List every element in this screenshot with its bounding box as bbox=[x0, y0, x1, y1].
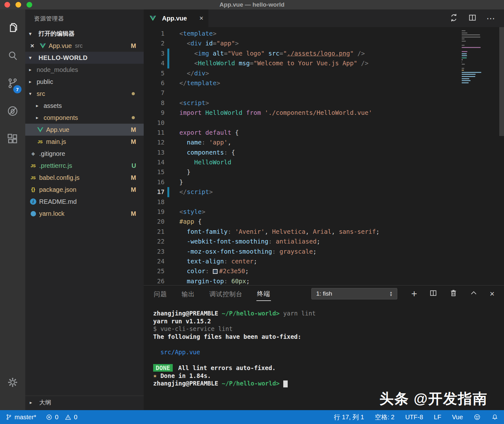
code-line-13[interactable]: 13 components: { bbox=[144, 148, 504, 157]
terminal-line: yarn run v1.15.2 bbox=[153, 317, 504, 325]
tab-app-vue[interactable]: App.vue × bbox=[144, 9, 208, 27]
git-status-badge: M bbox=[131, 174, 136, 181]
code-line-21[interactable]: 21 font-family: 'Avenir', Helvetica, Ari… bbox=[144, 227, 504, 237]
encoding-setting[interactable]: UTF-8 bbox=[405, 414, 423, 421]
split-editor-icon[interactable] bbox=[468, 13, 477, 23]
js-file-icon: JS bbox=[29, 175, 37, 180]
tree-item-src[interactable]: ▾src bbox=[25, 88, 144, 100]
close-icon[interactable]: × bbox=[30, 42, 39, 50]
tree-item-App.vue[interactable]: App.vueM bbox=[25, 124, 144, 136]
code-editor[interactable]: 1<template>2 <div id="app">3 <img alt="V… bbox=[144, 27, 504, 285]
kill-terminal-icon[interactable] bbox=[449, 289, 458, 298]
gear-icon[interactable] bbox=[0, 368, 25, 396]
search-icon[interactable] bbox=[0, 42, 25, 69]
activity-bar: 7 bbox=[0, 9, 25, 410]
tree-item-components[interactable]: ▸components bbox=[25, 112, 144, 124]
terminal-line: $ vue-cli-service lint bbox=[153, 325, 504, 333]
cursor-position[interactable]: 行 17, 列 1 bbox=[334, 413, 364, 421]
problems-status[interactable]: 0 0 bbox=[46, 414, 77, 421]
outline-section-header[interactable]: ▸ 大纲 bbox=[25, 396, 144, 409]
minimize-window-button[interactable] bbox=[15, 2, 21, 8]
code-line-14[interactable]: 14 HelloWorld bbox=[144, 157, 504, 167]
tree-item-main.js[interactable]: JSmain.jsM bbox=[25, 136, 144, 148]
code-line-11[interactable]: 11export default { bbox=[144, 128, 504, 138]
code-line-10[interactable]: 10 bbox=[144, 118, 504, 128]
code-line-8[interactable]: 8<script> bbox=[144, 98, 504, 108]
tab-terminal[interactable]: 终端 bbox=[256, 287, 271, 301]
tab-debug-console[interactable]: 调试控制台 bbox=[209, 287, 243, 301]
code-line-26[interactable]: 26 margin-top: 60px; bbox=[144, 276, 504, 285]
code-line-25[interactable]: 25 color: #2c3e50; bbox=[144, 266, 504, 276]
code-line-9[interactable]: 9import HelloWorld from './components/He… bbox=[144, 108, 504, 118]
code-line-1[interactable]: 1<template> bbox=[144, 29, 504, 38]
split-terminal-icon[interactable] bbox=[429, 289, 437, 298]
tree-item-assets[interactable]: ▸assets bbox=[25, 100, 144, 112]
code-line-22[interactable]: 22 -webkit-font-smoothing: antialiased; bbox=[144, 237, 504, 246]
vscode-window: App.vue — hello-world 7 bbox=[0, 0, 504, 424]
new-terminal-icon[interactable]: + bbox=[411, 291, 417, 297]
select-arrows-icon: ▲▼ bbox=[389, 291, 393, 297]
git-status-badge: U bbox=[132, 162, 136, 169]
traffic-lights bbox=[4, 2, 32, 8]
feedback-smiley-icon[interactable] bbox=[474, 414, 481, 421]
source-control-icon[interactable]: 7 bbox=[0, 69, 25, 97]
code-line-5[interactable]: 5 </div> bbox=[144, 68, 504, 78]
modified-badge: M bbox=[131, 42, 136, 50]
tree-item-babel.config.js[interactable]: JSbabel.config.jsM bbox=[25, 172, 144, 184]
terminal-line: The following files have been auto-fixed… bbox=[153, 333, 504, 341]
chevron-down-icon: ▾ bbox=[29, 55, 37, 61]
git-branch-icon bbox=[6, 414, 12, 420]
code-line-17[interactable]: 17</script> bbox=[144, 187, 504, 197]
git-branch-status[interactable]: master* bbox=[6, 414, 36, 421]
bell-icon[interactable] bbox=[491, 414, 498, 421]
minimap-slider[interactable] bbox=[499, 27, 504, 136]
code-line-18[interactable]: 18 bbox=[144, 197, 504, 207]
chevron-right-icon: ▸ bbox=[29, 79, 37, 85]
code-line-16[interactable]: 16} bbox=[144, 177, 504, 187]
code-line-20[interactable]: 20#app { bbox=[144, 217, 504, 227]
close-panel-icon[interactable]: × bbox=[490, 289, 495, 299]
code-line-19[interactable]: 19<style> bbox=[144, 207, 504, 217]
language-mode[interactable]: Vue bbox=[452, 414, 463, 421]
tab-output[interactable]: 输出 bbox=[181, 287, 195, 301]
tree-item-.prettierrc.js[interactable]: JS.prettierrc.jsU bbox=[25, 160, 144, 172]
code-line-12[interactable]: 12 name: 'app', bbox=[144, 138, 504, 147]
eol-setting[interactable]: LF bbox=[434, 414, 441, 421]
code-line-6[interactable]: 6</template> bbox=[144, 78, 504, 88]
open-editor-app-vue[interactable]: × App.vue src M bbox=[25, 40, 144, 52]
code-line-4[interactable]: 4 <HelloWorld msg="Welcome to Your Vue.j… bbox=[144, 58, 504, 68]
indentation-setting[interactable]: 空格: 2 bbox=[375, 413, 394, 421]
tree-item-public[interactable]: ▸public bbox=[25, 76, 144, 88]
tree-item-node_modules[interactable]: ▸node_modules bbox=[25, 64, 144, 76]
minimap[interactable] bbox=[462, 30, 496, 84]
watermark: 头条 @开发指南 bbox=[380, 389, 488, 408]
terminal-line bbox=[153, 356, 504, 364]
debug-icon[interactable] bbox=[0, 97, 25, 125]
code-line-15[interactable]: 15 } bbox=[144, 167, 504, 177]
git-status-badge: M bbox=[131, 138, 136, 145]
maximize-panel-icon[interactable] bbox=[470, 289, 478, 298]
code-line-3[interactable]: 3 <img alt="Vue logo" src="./assets/logo… bbox=[144, 49, 504, 58]
workspace-root-header[interactable]: ▾ HELLO-WORLD bbox=[25, 52, 144, 64]
tree-item-yarn.lock[interactable]: yarn.lockM bbox=[25, 208, 144, 220]
code-line-7[interactable]: 7 bbox=[144, 88, 504, 98]
terminal-shell-select[interactable]: 1: fish ▲▼ bbox=[311, 288, 397, 299]
zoom-window-button[interactable] bbox=[27, 2, 32, 8]
chevron-right-icon: ▸ bbox=[29, 67, 37, 73]
sidebar-explorer: 资源管理器 ▾ 打开的编辑器 × App.vue src M ▾ HELLO-W… bbox=[25, 9, 144, 410]
open-changes-icon[interactable] bbox=[449, 13, 459, 24]
tree-item-.gitignore[interactable]: ◆.gitignore bbox=[25, 148, 144, 160]
open-editors-header[interactable]: ▾ 打开的编辑器 bbox=[25, 28, 144, 40]
close-window-button[interactable] bbox=[4, 2, 10, 8]
explorer-icon[interactable] bbox=[0, 14, 25, 42]
tree-item-package.json[interactable]: {}package.jsonM bbox=[25, 184, 144, 196]
code-line-2[interactable]: 2 <div id="app"> bbox=[144, 38, 504, 48]
code-line-23[interactable]: 23 -moz-osx-font-smoothing: grayscale; bbox=[144, 247, 504, 256]
extensions-icon[interactable] bbox=[0, 125, 25, 153]
tab-problems[interactable]: 问题 bbox=[153, 287, 168, 301]
terminal-line: DONE All lint errors auto-fixed. bbox=[153, 364, 504, 372]
close-tab-icon[interactable]: × bbox=[199, 14, 203, 22]
tree-item-README.md[interactable]: iREADME.md bbox=[25, 196, 144, 208]
code-line-24[interactable]: 24 text-align: center; bbox=[144, 256, 504, 266]
more-actions-icon[interactable]: ⋯ bbox=[486, 13, 496, 24]
